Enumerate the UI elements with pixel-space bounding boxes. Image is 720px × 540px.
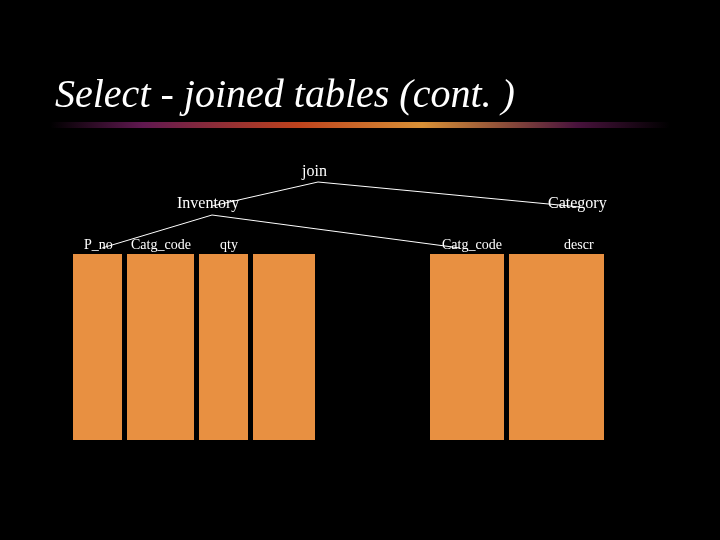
- left-table-name: Inventory: [177, 194, 239, 212]
- svg-line-3: [212, 215, 460, 248]
- left-col-3: qty: [220, 237, 238, 253]
- right-table-name: Category: [548, 194, 607, 212]
- title-underline: [50, 122, 670, 128]
- left-col-2: Catg_code: [131, 237, 191, 253]
- left-col-1: P_no: [84, 237, 113, 253]
- right-table-body: [430, 254, 604, 440]
- right-col-1: Catg_code: [442, 237, 502, 253]
- right-col-2: descr: [564, 237, 594, 253]
- svg-line-1: [318, 182, 580, 207]
- slide-title: Select - joined tables (cont. ): [55, 70, 515, 117]
- left-table-divider: [248, 254, 253, 440]
- join-label: join: [302, 162, 327, 180]
- right-table-divider: [504, 254, 509, 440]
- left-table-divider: [194, 254, 199, 440]
- left-table-divider: [122, 254, 127, 440]
